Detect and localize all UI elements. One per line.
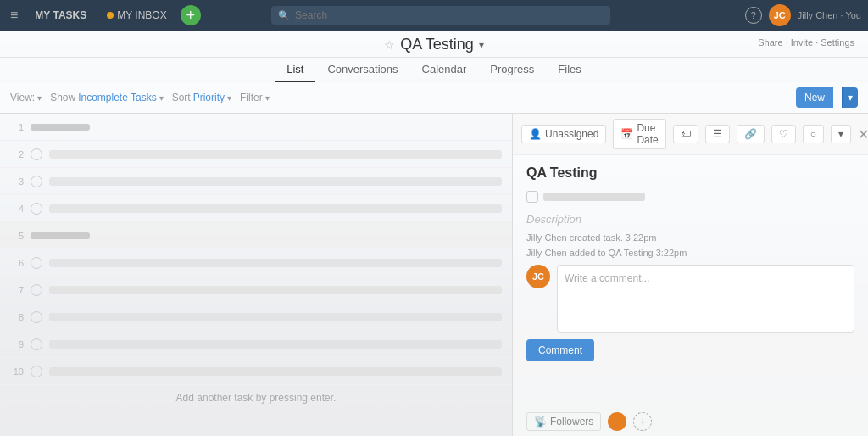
project-title-row: ☆ QA Testing ▾ [0, 36, 868, 57]
filter-selector[interactable]: Filter ▾ [240, 92, 270, 103]
row-num: 7 [10, 285, 24, 295]
detail-footer: 📡 Followers + [513, 405, 868, 436]
assignee-label: Unassigned [545, 128, 598, 140]
task-checkbox[interactable] [31, 366, 42, 377]
section-1-text [31, 124, 90, 131]
search-icon: 🔍 [278, 10, 290, 21]
task-text [49, 313, 502, 321]
view-selector[interactable]: View: ▾ [10, 92, 42, 103]
tab-conversations[interactable]: Conversations [315, 58, 409, 82]
tab-progress[interactable]: Progress [478, 58, 546, 82]
more-button[interactable]: ▾ [831, 125, 851, 143]
project-header: ☆ QA Testing ▾ List Conversations Calend… [0, 31, 868, 82]
project-tabs: List Conversations Calendar Progress Fil… [0, 57, 868, 82]
table-row[interactable]: 10 [0, 358, 512, 385]
table-row[interactable]: 4 [0, 195, 512, 222]
row-num: 2 [10, 149, 24, 159]
like-button[interactable]: ♡ [771, 125, 796, 143]
subtask-text [543, 193, 645, 201]
sort-selector[interactable]: Sort Priority ▾ [172, 92, 231, 103]
task-checkbox[interactable] [31, 148, 42, 160]
task-text [49, 340, 502, 349]
activity-line-1: Jilly Chen created task. 3:22pm [526, 232, 854, 243]
my-inbox-link[interactable]: MY INBOX [100, 6, 173, 25]
row-num: 9 [10, 339, 24, 349]
task-checkbox[interactable] [31, 311, 42, 323]
row-num: 6 [10, 258, 24, 268]
add-button[interactable]: + [181, 5, 201, 25]
view-chevron: ▾ [37, 93, 42, 103]
timer-button[interactable]: ○ [803, 125, 824, 143]
share-area[interactable]: Share · Invite · Settings [758, 37, 854, 48]
sort-chevron: ▾ [227, 93, 231, 103]
activity-line-2: Jilly Chen added to QA Testing 3:22pm [526, 248, 854, 258]
attach-icon: 🔗 [744, 128, 757, 140]
filter-label: Filter [240, 92, 263, 103]
tag-icon: 🏷 [681, 128, 691, 140]
inbox-label: MY INBOX [117, 9, 166, 21]
hamburger-icon[interactable]: ≡ [7, 4, 21, 26]
sort-label: Sort [172, 92, 191, 103]
help-button[interactable]: ? [745, 7, 762, 24]
inbox-dot-icon [107, 12, 114, 19]
add-task-hint[interactable]: Add another task by pressing enter. [0, 385, 512, 411]
task-text [49, 204, 502, 213]
sort-value: Priority [193, 92, 225, 103]
nav-right: ? JC Jilly Chen · You [745, 4, 861, 26]
assignee-icon: 👤 [529, 128, 542, 140]
comment-input[interactable]: Write a comment... [557, 265, 854, 333]
task-text [49, 259, 502, 267]
row-num: 10 [10, 366, 24, 377]
task-checkbox[interactable] [31, 338, 42, 350]
project-title-chevron[interactable]: ▾ [479, 39, 484, 51]
comment-area: JC Write a comment... [526, 265, 854, 333]
show-selector[interactable]: Show Incomplete Tasks ▾ [50, 92, 164, 103]
section-row-1: 1 [0, 114, 512, 141]
table-row[interactable]: 7 [0, 277, 512, 304]
tab-calendar[interactable]: Calendar [410, 58, 479, 82]
top-navigation: ≡ MY TASKS MY INBOX + 🔍 ? JC Jilly Chen … [0, 0, 868, 31]
table-row[interactable]: 6 [0, 249, 512, 277]
task-checkbox[interactable] [31, 203, 42, 215]
detail-subtask-row [526, 187, 854, 206]
star-icon[interactable]: ☆ [384, 38, 395, 52]
detail-description[interactable]: Description [526, 213, 854, 226]
followers-label: 📡 Followers [526, 412, 601, 431]
detail-task-title[interactable]: QA Testing [526, 165, 854, 181]
timer-icon: ○ [810, 128, 816, 140]
detail-toolbar: 👤 Unassigned 📅 Due Date 🏷 ☰ 🔗 ♡ ○ [513, 114, 868, 155]
tab-list[interactable]: List [275, 58, 315, 82]
view-label: View: [10, 92, 35, 103]
due-date-selector[interactable]: 📅 Due Date [613, 119, 665, 149]
task-checkbox[interactable] [31, 176, 42, 187]
row-num: 3 [10, 176, 24, 187]
new-button-chevron[interactable]: ▾ [842, 87, 858, 108]
table-row[interactable]: 3 [0, 168, 512, 195]
task-checkbox[interactable] [31, 257, 42, 269]
show-value: Incomplete Tasks [78, 92, 157, 103]
row-num-1: 1 [10, 122, 24, 132]
follower-avatar [608, 412, 626, 431]
my-tasks-link[interactable]: MY TASKS [28, 6, 93, 25]
task-text [49, 367, 502, 376]
table-row[interactable]: 9 [0, 331, 512, 358]
table-row[interactable]: 8 [0, 304, 512, 331]
task-checkbox[interactable] [31, 284, 42, 296]
search-input[interactable] [271, 6, 610, 25]
list-icon: ☰ [713, 128, 722, 140]
subtask-checkbox[interactable] [526, 191, 538, 203]
row-num: 8 [10, 312, 24, 322]
list-button[interactable]: ☰ [705, 125, 730, 143]
new-button[interactable]: New [796, 87, 833, 108]
section-row-5: 5 [0, 222, 512, 249]
add-follower-button[interactable]: + [633, 412, 652, 431]
tag-button[interactable]: 🏷 [673, 125, 698, 143]
detail-close-button[interactable]: ✕ [858, 126, 868, 143]
comment-button[interactable]: Comment [526, 339, 594, 361]
assignee-selector[interactable]: 👤 Unassigned [521, 125, 606, 143]
section-5-text [31, 232, 90, 239]
task-list: 1 2 3 4 5 6 [0, 114, 513, 436]
tab-files[interactable]: Files [546, 58, 593, 82]
table-row[interactable]: 2 [0, 141, 512, 168]
attach-button[interactable]: 🔗 [737, 125, 765, 143]
